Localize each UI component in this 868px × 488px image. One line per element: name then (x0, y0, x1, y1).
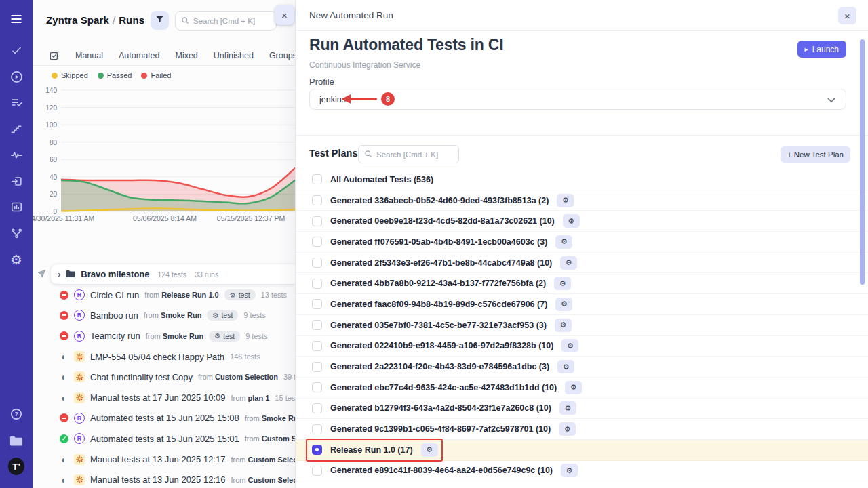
test-plan-label: Generated ebc77c4d-9635-424c-ac5e-427483… (330, 383, 557, 392)
test-plan-checkbox[interactable] (312, 424, 322, 434)
tab-unfinished[interactable]: Unfinished (214, 51, 254, 60)
test-plan-checkbox[interactable] (312, 466, 322, 476)
activity-icon[interactable] (8, 147, 24, 163)
test-plan-settings-button[interactable]: ⚙ (559, 422, 576, 436)
test-plan-row[interactable]: Generated e891c41f-8039-4e64-aa24-e0d56e… (296, 461, 868, 482)
test-plan-settings-button[interactable]: ⚙ (421, 443, 438, 457)
run-list-item[interactable]: ◐Manual tests at 13 Jun 2025 12:17from C… (33, 449, 295, 469)
tab-manual[interactable]: Manual (75, 51, 103, 60)
run-list-item[interactable]: ◐Chat functinality test Copyfrom Custom … (33, 367, 295, 387)
test-plan-row[interactable]: Generated ff076591-05ab-4b4b-8491-1ecb00… (296, 232, 868, 253)
test-plan-settings-button[interactable]: ⚙ (563, 214, 580, 228)
filter-button[interactable] (151, 11, 169, 30)
test-plan-row[interactable]: All Automated Tests (536) (296, 169, 868, 190)
vertical-scrollbar[interactable] (860, 39, 865, 285)
automated-run-icon: R (74, 433, 85, 444)
steps-icon[interactable] (8, 121, 24, 137)
test-plan-settings-button[interactable]: ⚙ (560, 256, 577, 270)
run-list-item[interactable]: RCircle CI runfrom Release Run 1.0⚙test1… (33, 285, 295, 305)
test-list-icon[interactable] (8, 95, 24, 111)
test-plan-checkbox[interactable] (312, 445, 322, 455)
test-plan-settings-button[interactable]: ⚙ (554, 277, 571, 290)
runs-search[interactable] (175, 11, 277, 30)
test-plan-label: Generated 2f5343e3-ef26-47b1-be8b-44cabc… (330, 258, 552, 268)
run-tests-count: 9 tests (245, 332, 267, 340)
group-row-bravo-milestone[interactable]: › Bravo milestone 124 tests 33 runs (51, 264, 295, 284)
test-plan-checkbox[interactable] (312, 382, 322, 392)
test-plan-checkbox[interactable] (312, 258, 322, 268)
launch-button[interactable]: ▸ Launch (797, 41, 846, 58)
versions-icon[interactable] (8, 225, 24, 241)
y-tick-label: 60 (33, 156, 57, 163)
test-plan-row[interactable]: Release Run 1.0 (17)⚙ (296, 440, 868, 461)
test-plans-search[interactable] (358, 145, 459, 163)
drawer-title: New Automated Run (309, 0, 393, 30)
test-plan-checkbox[interactable] (312, 403, 322, 413)
test-plan-row[interactable]: Generated 035e7bf0-7381-4c5c-be77-321e73… (296, 315, 868, 336)
test-plan-row[interactable]: Generated 9c1399b1-c065-4f84-8697-7af2c5… (296, 419, 868, 440)
test-plan-checkbox[interactable] (312, 237, 322, 247)
test-plan-settings-button[interactable]: ⚙ (555, 235, 572, 249)
settings-icon[interactable]: ⚙ (8, 251, 24, 268)
test-plan-settings-button[interactable]: ⚙ (565, 381, 582, 394)
run-list-item[interactable]: RTeamcity runfrom Smoke Run⚙test9 tests (33, 326, 295, 346)
search-input[interactable] (193, 17, 271, 25)
test-plan-row[interactable]: Generated b12794f3-643a-4a2d-8504-23f1e7… (296, 399, 868, 420)
tab-groups[interactable]: Groups (269, 51, 295, 60)
new-test-plan-button[interactable]: + New Test Plan (781, 146, 850, 163)
tab-automated[interactable]: Automated (119, 51, 159, 60)
projects-icon[interactable] (8, 432, 24, 449)
test-plan-row[interactable]: Generated 2f5343e3-ef26-47b1-be8b-44cabc… (296, 253, 868, 274)
run-list-item[interactable]: ◐LMP-554 05/04 check Happy Path146 tests (33, 346, 295, 367)
test-plan-checkbox[interactable] (312, 362, 322, 372)
select-runs-icon[interactable] (49, 50, 60, 61)
tests-check-icon[interactable] (8, 42, 24, 58)
test-plan-checkbox[interactable] (312, 279, 322, 289)
help-icon[interactable]: ? (8, 406, 24, 422)
test-plan-row[interactable]: Generated faac8f09-94b8-4b19-89d9-c576cd… (296, 294, 868, 315)
run-list-item[interactable]: ✓RAutomated tests at 15 Jun 2025 15:01fr… (33, 428, 295, 449)
test-config-chip[interactable]: ⚙test (207, 310, 238, 321)
test-config-chip[interactable]: ⚙test (209, 331, 240, 342)
chevron-right-icon[interactable]: › (58, 270, 60, 279)
test-plan-row[interactable]: Generated 0eeb9e18-f23d-4cd5-82dd-8a1a73… (296, 211, 868, 232)
test-plan-settings-button[interactable]: ⚙ (557, 360, 574, 373)
test-plan-checkbox[interactable] (312, 320, 322, 330)
reports-icon[interactable] (8, 199, 24, 216)
test-plan-row[interactable]: Generated 2a223104-f20e-4b43-83d9-e78459… (296, 357, 868, 378)
y-tick-label: 140 (33, 87, 57, 94)
run-list-item[interactable]: ◐Manual tests at 17 Jun 2025 10:09from p… (33, 387, 295, 407)
run-list-item[interactable]: RAutomated tests at 15 Jun 2025 15:08fro… (33, 408, 295, 428)
test-plan-settings-button[interactable]: ⚙ (555, 319, 572, 332)
section-divider (296, 135, 868, 136)
test-plan-checkbox[interactable] (312, 195, 322, 205)
breadcrumb-app[interactable]: Zyntra Spark (46, 14, 109, 26)
gear-icon: ⚙ (561, 300, 568, 308)
test-plan-settings-button[interactable]: ⚙ (557, 194, 574, 207)
test-plan-settings-button[interactable]: ⚙ (555, 298, 572, 311)
runs-tabs: ManualAutomatedMixedUnfinishedGroups (33, 46, 295, 66)
test-plan-settings-button[interactable]: ⚙ (559, 401, 576, 415)
test-plan-checkbox[interactable] (312, 216, 322, 226)
menu-icon[interactable] (8, 11, 24, 27)
test-plan-settings-button[interactable]: ⚙ (561, 464, 578, 477)
test-plan-settings-button[interactable]: ⚙ (561, 339, 578, 352)
breadcrumb-page: Runs (119, 14, 144, 26)
run-list-item[interactable]: RBamboo runfrom Smoke Run⚙test9 tests (33, 305, 295, 325)
annotation-arrow-line (350, 98, 377, 100)
drawer-close-button[interactable]: × (838, 7, 856, 24)
run-play-icon[interactable] (8, 68, 24, 85)
test-plan-checkbox[interactable] (312, 174, 322, 184)
test-plan-row[interactable]: Generated 336abecb-0b52-4d60-9ded-493f3f… (296, 190, 868, 211)
tab-mixed[interactable]: Mixed (175, 51, 197, 60)
test-plan-row[interactable]: Generated 4bb7a8b0-9212-43a4-b137-f772fe… (296, 273, 868, 294)
test-plan-row[interactable]: Generated ebc77c4d-9635-424c-ac5e-427483… (296, 378, 868, 399)
run-list-item[interactable]: ◐Manual tests at 13 Jun 2025 12:16from C… (33, 470, 295, 488)
panel-close-button[interactable]: × (275, 5, 294, 25)
test-plan-checkbox[interactable] (312, 299, 322, 309)
test-plan-checkbox[interactable] (312, 341, 322, 351)
test-config-chip[interactable]: ⚙test (224, 289, 256, 300)
sign-in-icon[interactable] (8, 173, 24, 189)
test-plans-search-input[interactable] (376, 150, 453, 159)
test-plan-row[interactable]: Generated 022410b9-e918-4459-a106-97d2a9… (296, 336, 868, 357)
